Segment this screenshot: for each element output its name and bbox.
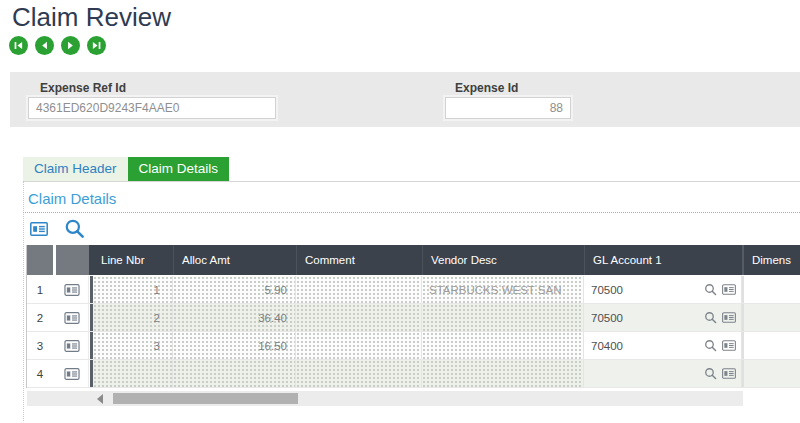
previous-icon [38, 39, 51, 52]
next-icon [64, 39, 77, 52]
horizontal-scrollbar[interactable] [27, 391, 743, 406]
expense-ref-id-input[interactable] [28, 97, 276, 119]
cell-gl-account[interactable]: 70500 [584, 276, 742, 303]
row-number-column-header[interactable] [27, 245, 53, 275]
scroll-left-arrow-icon[interactable] [97, 394, 103, 404]
open-record-button[interactable] [56, 360, 89, 387]
section-title: Claim Details [28, 190, 116, 207]
grid-header: Line Nbr Alloc Amt Comment Vendor Desc G… [27, 245, 800, 275]
tab-content-border [23, 181, 800, 182]
column-header-alloc-amt[interactable]: Alloc Amt [173, 245, 296, 275]
section-underline [23, 212, 800, 213]
table-row: 3 3 16.50 70400 [27, 332, 800, 360]
row-number: 4 [27, 360, 53, 387]
cell-comment [296, 276, 422, 303]
gl-lookup-search-icon[interactable] [704, 311, 717, 324]
cell-alloc-amt [173, 360, 296, 387]
gl-detail-form-icon[interactable] [722, 312, 736, 323]
tab-claim-header[interactable]: Claim Header [23, 157, 128, 181]
cell-dimens [742, 304, 800, 331]
form-view-icon [64, 340, 80, 352]
expense-ref-id-label: Expense Ref Id [40, 81, 126, 95]
expense-id-label: Expense Id [455, 81, 518, 95]
claim-summary-panel: Expense Ref Id Expense Id [10, 72, 800, 127]
skip-to-last-icon [90, 39, 103, 52]
next-record-button[interactable] [61, 36, 80, 55]
cell-line-nbr: 1 [93, 276, 173, 303]
gl-account-value: 70500 [591, 312, 623, 324]
expense-id-input[interactable] [445, 97, 571, 119]
column-header-gl-account-1[interactable]: GL Account 1 [584, 245, 742, 275]
cell-comment [296, 304, 422, 331]
gl-account-value: 70400 [591, 340, 623, 352]
cell-vendor-desc [422, 304, 584, 331]
gl-detail-form-icon[interactable] [722, 340, 736, 351]
gl-detail-form-icon[interactable] [722, 284, 736, 295]
cell-gl-account[interactable]: 70400 [584, 332, 742, 359]
tab-content-left-border [23, 181, 24, 421]
open-record-button[interactable] [56, 304, 89, 331]
skip-to-first-icon [12, 39, 25, 52]
cell-line-nbr: 2 [93, 304, 173, 331]
claim-review-page: Claim Review Expense Ref Id [0, 0, 800, 423]
cell-alloc-amt: 5.90 [173, 276, 296, 303]
row-number: 1 [27, 276, 53, 303]
column-header-line-nbr[interactable]: Line Nbr [89, 245, 173, 275]
form-view-icon[interactable] [30, 222, 48, 236]
table-row: 4 [27, 360, 800, 388]
column-header-dimens[interactable]: Dimens [742, 245, 800, 275]
open-record-button[interactable] [56, 276, 89, 303]
previous-record-button[interactable] [35, 36, 54, 55]
row-number: 3 [27, 332, 53, 359]
form-view-icon [64, 368, 80, 380]
first-record-button[interactable] [9, 36, 28, 55]
form-view-icon [64, 312, 80, 324]
table-row: 2 2 36.40 70500 [27, 304, 800, 332]
grid-toolbar [30, 218, 85, 239]
form-view-icon [64, 284, 80, 296]
row-number: 2 [27, 304, 53, 331]
row-action-column-header[interactable] [56, 245, 89, 275]
cell-dimens [742, 360, 800, 387]
cell-comment [296, 332, 422, 359]
cell-comment [296, 360, 422, 387]
gl-lookup-search-icon[interactable] [704, 283, 717, 296]
cell-alloc-amt: 16.50 [173, 332, 296, 359]
cell-gl-account[interactable]: 70500 [584, 304, 742, 331]
record-navigation [9, 36, 106, 55]
cell-vendor-desc [422, 332, 584, 359]
gl-detail-form-icon[interactable] [722, 368, 736, 379]
cell-vendor-desc [422, 360, 584, 387]
gl-lookup-search-icon[interactable] [704, 339, 717, 352]
page-title: Claim Review [12, 2, 171, 33]
cell-alloc-amt: 36.40 [173, 304, 296, 331]
scrollbar-thumb[interactable] [113, 393, 298, 404]
cell-vendor-desc: STARBUCKS WEST SAN [422, 276, 584, 303]
cell-dimens [742, 332, 800, 359]
cell-line-nbr: 3 [93, 332, 173, 359]
last-record-button[interactable] [87, 36, 106, 55]
gl-lookup-search-icon[interactable] [704, 367, 717, 380]
table-row: 1 1 5.90 STARBUCKS WEST SAN 70500 [27, 276, 800, 304]
tab-claim-details[interactable]: Claim Details [128, 157, 230, 181]
cell-dimens [742, 276, 800, 303]
gl-account-value: 70500 [591, 284, 623, 296]
cell-gl-account[interactable] [584, 360, 742, 387]
cell-line-nbr [93, 360, 173, 387]
search-icon[interactable] [64, 218, 85, 239]
column-header-comment[interactable]: Comment [296, 245, 422, 275]
tab-bar: Claim Header Claim Details [23, 157, 229, 181]
open-record-button[interactable] [56, 332, 89, 359]
column-header-vendor-desc[interactable]: Vendor Desc [422, 245, 584, 275]
